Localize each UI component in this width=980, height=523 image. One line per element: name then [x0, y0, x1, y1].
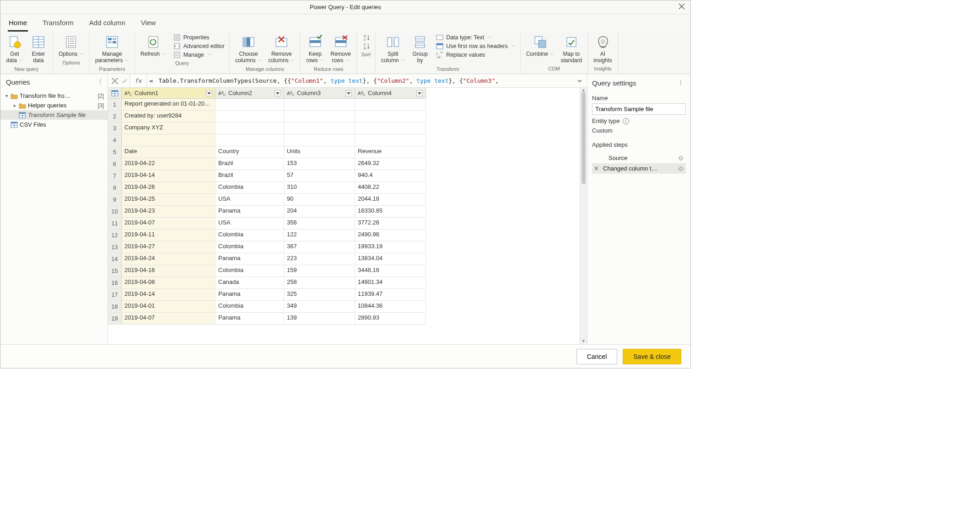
tab-view[interactable]: View [140, 17, 156, 32]
applied-step[interactable]: ✕Changed column t… [592, 163, 686, 174]
gear-icon[interactable] [678, 155, 684, 161]
row-number[interactable]: 17 [108, 289, 122, 300]
table-row[interactable]: 152019-04-16Colombia1593448.16 [108, 265, 426, 277]
cell[interactable]: Colombia [215, 265, 284, 277]
table-row[interactable]: 72019-04-14Brazil57940.4 [108, 170, 426, 182]
cell[interactable]: 2890.93 [355, 313, 426, 324]
map-to-standard-button[interactable]: Map tostandard [558, 33, 585, 64]
row-number[interactable]: 6 [108, 158, 122, 170]
column-filter-icon[interactable] [416, 90, 423, 96]
cell[interactable]: 139 [284, 313, 355, 324]
row-number[interactable]: 18 [108, 301, 122, 312]
info-icon[interactable]: i [623, 118, 629, 124]
cell[interactable]: Colombia [215, 229, 284, 241]
row-number[interactable]: 16 [108, 277, 122, 288]
first-row-headers-button[interactable]: Use first row as headers﹀ [434, 42, 517, 50]
remove-rows-button[interactable]: Removerows ﹀ [328, 33, 354, 65]
row-number[interactable]: 12 [108, 229, 122, 241]
cell[interactable]: 2019-04-08 [122, 277, 215, 288]
type-text-icon[interactable]: ABC [287, 90, 295, 96]
cell[interactable]: 325 [284, 289, 355, 300]
cell[interactable]: 2019-04-26 [122, 182, 215, 193]
cell[interactable]: Units [284, 146, 355, 158]
cell[interactable]: 223 [284, 253, 355, 265]
cell[interactable] [122, 134, 215, 146]
cell[interactable]: 2019-04-22 [122, 158, 215, 170]
query-csv-files[interactable]: CSV Files [0, 120, 108, 129]
row-number[interactable]: 15 [108, 265, 122, 277]
get-data-button[interactable]: Getdata ﹀ [3, 33, 26, 65]
data-type-button[interactable]: Data type: Text﹀ [434, 33, 517, 42]
sort-desc-button[interactable]: ZA [361, 42, 372, 50]
column-header-column3[interactable]: ABCColumn3 [284, 88, 355, 98]
cell[interactable]: 19933.19 [355, 241, 426, 253]
delete-step-icon[interactable]: ✕ [594, 165, 599, 172]
close-button[interactable] [678, 3, 687, 11]
formula-text[interactable]: Table.TransformColumnTypes(Source, {{"Co… [158, 77, 572, 84]
table-row[interactable]: 192019-04-07Panama1392890.93 [108, 313, 426, 325]
cell[interactable]: 2019-04-25 [122, 194, 215, 205]
cell[interactable]: 159 [284, 265, 355, 277]
table-row[interactable]: 142019-04-24Panama22313834.04 [108, 253, 426, 265]
cell[interactable]: Colombia [215, 301, 284, 312]
scroll-down-icon[interactable]: ▼ [580, 339, 587, 344]
cell[interactable]: 2649.32 [355, 158, 426, 170]
table-row[interactable]: 4 [108, 134, 426, 146]
cell[interactable] [215, 123, 284, 134]
keep-rows-button[interactable]: Keeprows ﹀ [303, 33, 327, 65]
save-and-close-button[interactable]: Save & close [623, 349, 681, 364]
table-row[interactable]: 5DateCountryUnitsRevenue [108, 146, 426, 158]
row-number[interactable]: 19 [108, 313, 122, 324]
applied-step[interactable]: Source [592, 153, 686, 163]
cell[interactable]: 2044.18 [355, 194, 426, 205]
scroll-thumb[interactable] [582, 92, 586, 184]
cell[interactable] [355, 111, 426, 122]
tab-transform[interactable]: Transform [42, 17, 75, 32]
cell[interactable]: 356 [284, 218, 355, 229]
cell[interactable]: Revenue [355, 146, 426, 158]
advanced-editor-button[interactable]: Advanced editor [172, 42, 226, 50]
properties-button[interactable]: Properties [172, 33, 226, 42]
cell[interactable] [284, 99, 355, 110]
table-row[interactable]: 2Created by: user9284 [108, 111, 426, 123]
cell[interactable]: Panama [215, 253, 284, 265]
cell[interactable]: 13834.04 [355, 253, 426, 265]
row-number[interactable]: 5 [108, 146, 122, 158]
ai-insights-button[interactable]: AIinsights [591, 33, 615, 64]
cell[interactable]: 2490.96 [355, 229, 426, 241]
cell[interactable]: 258 [284, 277, 355, 288]
cell[interactable] [284, 123, 355, 134]
cell[interactable]: 14601.34 [355, 277, 426, 288]
folder-transform-file-from[interactable]: ▾Transform file fro…[2] [0, 91, 108, 101]
column-header-column4[interactable]: ABCColumn4 [355, 88, 426, 98]
table-row[interactable]: 132019-04-27Colombia36719933.19 [108, 241, 426, 253]
cell[interactable]: 122 [284, 229, 355, 241]
cell[interactable]: 2019-04-07 [122, 313, 215, 324]
cell[interactable]: Report generated on 01-01-20… [122, 99, 215, 110]
remove-columns-button[interactable]: Removecolumns ﹀ [265, 33, 297, 65]
cell[interactable]: 310 [284, 182, 355, 193]
column-filter-icon[interactable] [275, 90, 281, 96]
refresh-button[interactable]: Refresh ﹀ [138, 33, 169, 59]
row-number[interactable]: 13 [108, 241, 122, 253]
tab-home[interactable]: Home [8, 17, 28, 32]
cell[interactable]: Created by: user9284 [122, 111, 215, 122]
cell[interactable]: 940.4 [355, 170, 426, 181]
row-number[interactable]: 2 [108, 111, 122, 122]
cell[interactable]: 2019-04-07 [122, 218, 215, 229]
fx-icon[interactable]: fx [133, 77, 144, 84]
table-row[interactable]: 172019-04-14Panama32511939.47 [108, 289, 426, 301]
split-column-button[interactable]: Splitcolumn ﹀ [378, 33, 408, 65]
query-transform-sample-file[interactable]: Transform Sample file [0, 110, 108, 120]
choose-columns-button[interactable]: Choosecolumns ﹀ [232, 33, 264, 65]
cell[interactable]: 2019-04-01 [122, 301, 215, 312]
sort-asc-button[interactable]: AZ [361, 33, 372, 42]
cell[interactable]: 10844.36 [355, 301, 426, 312]
cell[interactable]: 3772.26 [355, 218, 426, 229]
cell[interactable] [355, 134, 426, 146]
cell[interactable]: 367 [284, 241, 355, 253]
cancel-button[interactable]: Cancel [576, 349, 618, 364]
cell[interactable]: Canada [215, 277, 284, 288]
column-header-column2[interactable]: ABCColumn2 [215, 88, 284, 98]
cell[interactable]: 2019-04-14 [122, 289, 215, 300]
